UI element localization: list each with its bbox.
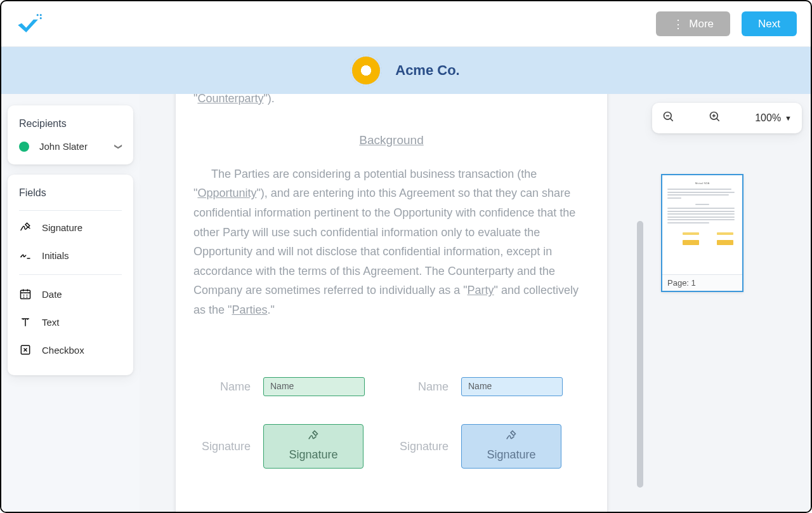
thumbnail-title: Mutual NDA xyxy=(667,182,737,185)
date-icon xyxy=(19,288,32,300)
name-label-left: Name xyxy=(193,377,251,397)
scrollbar-thumb[interactable] xyxy=(637,221,643,488)
zoom-level-dropdown[interactable]: 100% ▼ xyxy=(755,112,792,124)
thumbnail-preview: Mutual NDA xyxy=(662,175,742,274)
signature-area: Name Name Name Name Signatur xyxy=(193,377,589,469)
signature-placeholder: Signature xyxy=(289,445,337,465)
initials-icon xyxy=(19,249,32,262)
company-logo xyxy=(352,57,380,84)
signature-field-recipient-2[interactable]: Signature xyxy=(461,424,561,469)
field-text[interactable]: Text xyxy=(19,309,122,335)
field-signature-label: Signature xyxy=(42,222,82,233)
right-sidebar: 100% ▼ Mutual NDA xyxy=(643,94,811,512)
company-banner: Acme Co. xyxy=(1,47,811,94)
text-icon xyxy=(19,316,32,328)
divider xyxy=(19,274,122,275)
caret-down-icon: ▼ xyxy=(785,114,792,122)
signature-icon xyxy=(503,429,520,443)
zoom-level-value: 100% xyxy=(755,112,781,124)
doc-defined-term: Party xyxy=(468,284,494,296)
field-initials[interactable]: Initials xyxy=(19,243,122,268)
divider xyxy=(19,210,122,211)
signature-label-left: Signature xyxy=(193,437,251,456)
field-initials-label: Initials xyxy=(42,250,69,261)
field-checkbox-label: Checkbox xyxy=(42,345,84,356)
signature-label-right: Signature xyxy=(391,437,449,456)
doc-defined-term: Parties xyxy=(232,303,267,316)
field-checkbox[interactable]: Checkbox xyxy=(19,337,122,363)
fields-title: Fields xyxy=(19,187,122,199)
field-signature[interactable]: Signature xyxy=(19,215,122,240)
signature-icon xyxy=(19,221,32,234)
zoom-in-button[interactable] xyxy=(709,110,721,126)
next-button[interactable]: Next xyxy=(742,11,797,36)
field-text-label: Text xyxy=(42,317,60,328)
document-page: "Counterparty"). Background The Parties … xyxy=(176,94,607,512)
recipient-row[interactable]: John Slater ❯ xyxy=(19,141,122,152)
page-thumbnails: Mutual NDA xyxy=(652,165,802,301)
doc-section-title: Background xyxy=(193,130,589,150)
signature-field-recipient-1[interactable]: Signature xyxy=(263,424,363,469)
name-placeholder: Name xyxy=(270,379,294,394)
doc-defined-term: Opportunity xyxy=(197,187,256,199)
recipients-card: Recipients John Slater ❯ xyxy=(8,105,133,164)
more-button-label: More xyxy=(689,18,714,30)
doc-defined-term: Counterparty xyxy=(197,94,263,105)
chevron-down-icon: ❯ xyxy=(114,143,123,150)
company-name: Acme Co. xyxy=(395,62,459,79)
doc-text: ." xyxy=(267,303,274,316)
svg-point-0 xyxy=(37,14,39,16)
name-placeholder: Name xyxy=(468,379,492,394)
zoom-out-button[interactable] xyxy=(662,110,675,126)
recipients-title: Recipients xyxy=(19,118,122,130)
recipient-name: John Slater xyxy=(39,141,105,152)
field-date-label: Date xyxy=(42,289,62,300)
name-field-recipient-2[interactable]: Name xyxy=(461,377,563,396)
name-field-recipient-1[interactable]: Name xyxy=(263,377,365,396)
app-logo xyxy=(15,11,44,37)
svg-rect-3 xyxy=(21,290,30,298)
doc-text: "). xyxy=(263,94,274,105)
zoom-controls: 100% ▼ xyxy=(652,103,802,133)
page-thumbnail-1[interactable]: Mutual NDA xyxy=(661,174,743,292)
signature-placeholder: Signature xyxy=(487,445,535,465)
thumbnail-page-label: Page: 1 xyxy=(662,274,742,291)
field-date[interactable]: Date xyxy=(19,281,122,307)
doc-text: "), and are entering into this Agreement… xyxy=(193,187,575,296)
svg-point-2 xyxy=(40,17,42,19)
fields-card: Fields Signature Initials xyxy=(8,175,133,375)
svg-point-1 xyxy=(40,14,42,16)
left-sidebar: Recipients John Slater ❯ Fields Signatur… xyxy=(1,94,140,512)
recipient-status-dot xyxy=(19,142,29,152)
more-button[interactable]: ⋮ More xyxy=(656,11,730,36)
topbar: ⋮ More Next xyxy=(1,1,811,47)
next-button-label: Next xyxy=(758,18,780,30)
checkbox-icon xyxy=(19,343,32,356)
document-viewport[interactable]: "Counterparty"). Background The Parties … xyxy=(140,94,643,512)
signature-icon xyxy=(305,429,322,443)
name-label-right: Name xyxy=(391,377,449,397)
more-dots-icon: ⋮ xyxy=(672,18,683,30)
